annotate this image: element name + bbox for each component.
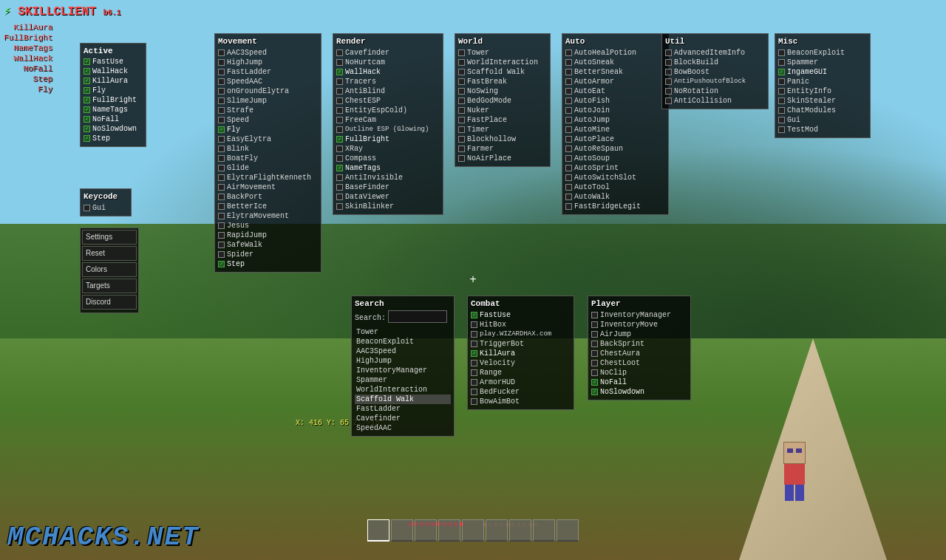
search-result-fastladder[interactable]: FastLadder: [355, 404, 451, 414]
mv-jesus[interactable]: Jesus: [218, 221, 318, 231]
ut-antipushoutofblock[interactable]: AntiPushoutofBlock: [665, 77, 765, 86]
discord-button[interactable]: Discord: [82, 295, 137, 310]
active-item-fly[interactable]: Fly: [84, 86, 143, 95]
wd-farmer[interactable]: Farmer: [458, 144, 547, 154]
nofall-checkbox[interactable]: [84, 116, 90, 123]
ms-ingamegui[interactable]: IngameGUI: [778, 67, 867, 77]
ms-chatmodules[interactable]: ChatModules: [778, 106, 867, 115]
hotbar-slot-8[interactable]: [533, 519, 555, 542]
hotbar-slot-5[interactable]: [462, 519, 484, 542]
hotbar-slot-7[interactable]: [509, 519, 531, 542]
rn-cavefinder[interactable]: Cavefinder: [336, 48, 440, 58]
mv-slimejump[interactable]: SlimeJump: [218, 96, 318, 106]
mv-highjump[interactable]: HighJump: [218, 58, 318, 67]
active-item-fullbright[interactable]: FullBright: [84, 95, 143, 105]
wd-blockhollow[interactable]: Blockhollow: [458, 134, 547, 144]
mv-speed[interactable]: Speed: [218, 115, 318, 125]
ms-spammer[interactable]: Spammer: [778, 58, 867, 67]
at-fastbridgelegit[interactable]: FastBridgeLegit: [565, 202, 665, 211]
at-autoarmor[interactable]: AutoArmor: [565, 77, 665, 86]
pl-nofall[interactable]: NoFall: [591, 378, 687, 387]
at-autosoup[interactable]: AutoSoup: [565, 154, 665, 163]
mv-strafe[interactable]: Strafe: [218, 106, 318, 115]
active-item-noslowdown[interactable]: NoSlowdown: [84, 124, 143, 134]
ms-skinstealer[interactable]: SkinStealer: [778, 96, 867, 106]
settings-button[interactable]: Settings: [82, 230, 137, 245]
step-checkbox[interactable]: [84, 135, 90, 142]
cb-hitbox[interactable]: HitBox: [471, 320, 571, 329]
rn-chestesp[interactable]: ChestESP: [336, 96, 440, 106]
mv-ongroundelytra[interactable]: onGroundElytra: [218, 86, 318, 96]
cb-velocity[interactable]: Velocity: [471, 358, 571, 368]
rn-skinblinker[interactable]: SkinBlinker: [336, 202, 440, 211]
rn-tracers[interactable]: Tracers: [336, 77, 440, 86]
mv-boatfly[interactable]: BoatFly: [218, 154, 318, 163]
cb-range[interactable]: Range: [471, 368, 571, 378]
wd-tower[interactable]: Tower: [458, 48, 547, 58]
at-autosprint[interactable]: AutoSprint: [565, 163, 665, 173]
hotbar-slot-1[interactable]: [367, 519, 389, 542]
cb-armorhud[interactable]: ArmorHUD: [471, 378, 571, 387]
pl-noclip[interactable]: NoClip: [591, 368, 687, 378]
mv-fly[interactable]: Fly: [218, 125, 318, 134]
wd-worldinteraction[interactable]: WorldInteraction: [458, 58, 547, 67]
rn-xray[interactable]: XRay: [336, 144, 440, 154]
ms-testmod[interactable]: TestMod: [778, 125, 867, 134]
search-result-tower[interactable]: Tower: [355, 327, 451, 337]
ut-anticollision[interactable]: AntiCollision: [665, 96, 765, 106]
rn-nametags[interactable]: NameTags: [336, 163, 440, 173]
wd-nuker[interactable]: Nuker: [458, 106, 547, 115]
nametags-checkbox[interactable]: [84, 106, 90, 113]
hotbar-slot-6[interactable]: [486, 519, 508, 542]
hotbar-slot-9[interactable]: [557, 519, 579, 542]
active-item-step[interactable]: Step: [84, 134, 143, 143]
at-autojoin[interactable]: AutoJoin: [565, 106, 665, 115]
mv-speedaac[interactable]: SpeedAAC: [218, 77, 318, 86]
mv-safewalk[interactable]: SafeWalk: [218, 240, 318, 250]
active-item-fastuse[interactable]: FastUse: [84, 57, 143, 66]
wd-timer[interactable]: Timer: [458, 125, 547, 134]
wd-fastbreak[interactable]: FastBreak: [458, 77, 547, 86]
cb-fastuse[interactable]: FastUse: [471, 310, 571, 320]
rn-outlineesp[interactable]: Outline ESP (Glowing): [336, 125, 440, 134]
ut-bowboost[interactable]: BowBoost: [665, 67, 765, 77]
search-result-aac3speed[interactable]: AAC3Speed: [355, 346, 451, 356]
active-item-killaura[interactable]: KillAura: [84, 76, 143, 86]
mv-backport[interactable]: BackPort: [218, 192, 318, 202]
mv-step[interactable]: Step: [218, 259, 318, 269]
mv-betterice[interactable]: BetterIce: [218, 202, 318, 211]
hotbar-slot-2[interactable]: [391, 519, 413, 542]
cb-killaura[interactable]: KillAura: [471, 349, 571, 358]
wd-bedgodmode[interactable]: BedGodMode: [458, 96, 547, 106]
pl-inventorymove[interactable]: InventoryMove: [591, 320, 687, 329]
at-autosneak[interactable]: AutoSneak: [565, 58, 665, 67]
pl-chestloot[interactable]: ChestLoot: [591, 358, 687, 368]
search-result-inventorymanager[interactable]: InventoryManager: [355, 366, 451, 375]
search-result-speedaac[interactable]: SpeedAAC: [355, 423, 451, 433]
at-bettersneak[interactable]: BetterSneak: [565, 67, 665, 77]
rn-nohurtcam[interactable]: NoHurtcam: [336, 58, 440, 67]
search-result-spammer[interactable]: Spammer: [355, 375, 451, 385]
mv-easyelytra[interactable]: EasyElytra: [218, 134, 318, 144]
mv-glide[interactable]: Glide: [218, 163, 318, 173]
fastuse-checkbox[interactable]: [84, 58, 90, 65]
at-autowalk[interactable]: AutoWalk: [565, 192, 665, 202]
ms-gui[interactable]: Gui: [778, 115, 867, 125]
at-autojump[interactable]: AutoJump: [565, 115, 665, 125]
rn-wallhack[interactable]: WallHack: [336, 67, 440, 77]
pl-chestaura[interactable]: ChestAura: [591, 349, 687, 358]
pl-airjump[interactable]: AirJump: [591, 329, 687, 339]
cb-wizardhax[interactable]: play.WIZARDHAX.com: [471, 329, 571, 339]
ut-advancediteminfo[interactable]: AdvancedItemInfo: [665, 48, 765, 58]
wd-scaffoldwalk[interactable]: Scaffold Walk: [458, 67, 547, 77]
at-automine[interactable]: AutoMine: [565, 125, 665, 134]
wd-noswing[interactable]: NoSwing: [458, 86, 547, 96]
at-autorespaun[interactable]: AutoReSpaun: [565, 144, 665, 154]
wd-noairplace[interactable]: NoAirPlace: [458, 154, 547, 163]
pl-inventorymanager[interactable]: InventoryManager: [591, 310, 687, 320]
keycode-gui-checkbox[interactable]: [84, 205, 90, 211]
search-result-beaconexploit[interactable]: BeaconExploit: [355, 337, 451, 346]
active-item-wallhack[interactable]: WallHack: [84, 66, 143, 76]
hotbar-slot-3[interactable]: [415, 519, 437, 542]
ms-panic[interactable]: Panic: [778, 77, 867, 86]
